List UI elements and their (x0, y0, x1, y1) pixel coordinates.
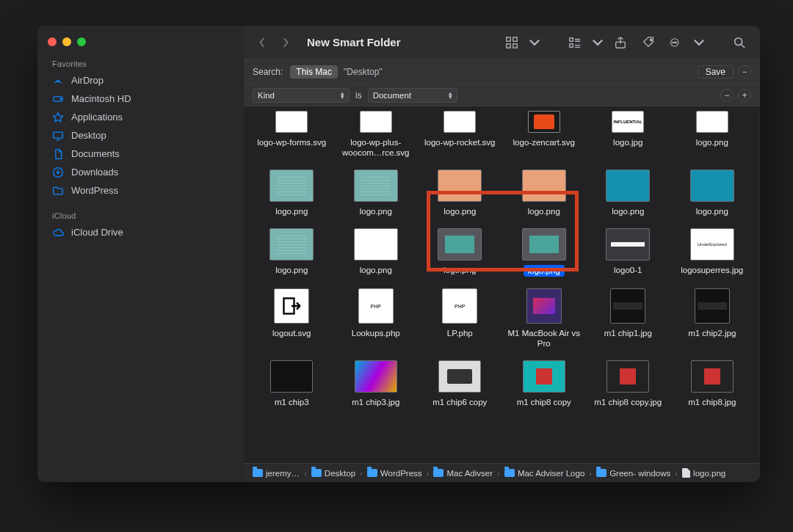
folder-icon (311, 469, 322, 477)
file-item[interactable]: m1 chip3.jpg (336, 357, 417, 407)
scope-switcher[interactable]: This Mac "Desktop" (290, 65, 388, 79)
file-item[interactable]: m1 chip8 copy.jpg (587, 357, 669, 407)
tags-icon[interactable] (638, 32, 659, 53)
file-item[interactable]: logo.png (336, 167, 417, 216)
main-pane: New Smart Folder (244, 26, 760, 482)
file-item[interactable]: logo.png (419, 167, 501, 216)
scope-this-mac[interactable]: This Mac (290, 65, 338, 79)
file-name-label: m1 chip1.jpg (604, 328, 652, 338)
file-item[interactable]: m1 chip3 (251, 357, 333, 407)
actions-icon[interactable] (666, 32, 687, 53)
criteria-value-select[interactable]: Document ▴▾ (368, 88, 457, 103)
sidebar-item-icloud-drive[interactable]: iCloud Drive (37, 223, 244, 241)
sidebar-item-label: Macintosh HD (71, 93, 131, 104)
sidebar-item-applications[interactable]: Applications (37, 108, 244, 126)
file-thumbnail (606, 228, 650, 260)
criteria-remove-button[interactable]: − (720, 89, 734, 102)
file-item[interactable]: INFLUENTIALlogo.jpg (587, 108, 669, 158)
path-crumb[interactable]: logo.png (682, 468, 725, 478)
file-item[interactable]: m1 chip8 copy (504, 357, 585, 407)
file-item[interactable]: m1 chip1.jpg (587, 285, 669, 349)
file-item[interactable]: logo-zencart.svg (504, 108, 585, 158)
file-item[interactable]: logo-wp-plus-woocom…rce.svg (336, 108, 417, 158)
criteria-add-button[interactable]: + (738, 89, 751, 102)
actions-chevron-icon[interactable] (694, 32, 704, 53)
file-item[interactable]: M1 MacBook Air vs Pro (504, 285, 585, 349)
forward-button[interactable] (278, 32, 294, 54)
file-name-label: logo0-1 (614, 265, 642, 275)
path-crumb-label: Mac Adviser Logo (518, 469, 584, 478)
view-icon-grid[interactable] (501, 32, 522, 53)
scope-desktop[interactable]: "Desktop" (338, 65, 388, 79)
minimize-button[interactable] (62, 37, 71, 46)
file-thumbnail (354, 228, 398, 260)
file-item[interactable]: m1 chip2.jpg (672, 285, 753, 349)
file-thumbnail: PHP (442, 288, 477, 324)
file-item[interactable]: logo.png (251, 225, 333, 277)
save-search-button[interactable]: Save (698, 65, 734, 79)
file-item[interactable]: PHPLP.php (419, 285, 501, 349)
path-crumb-label: Desktop (325, 469, 355, 478)
search-icon[interactable] (729, 32, 750, 53)
back-button[interactable] (254, 32, 270, 54)
file-thumbnail (610, 288, 645, 324)
file-item[interactable]: logo.png (504, 167, 585, 216)
svg-line-23 (742, 44, 745, 47)
close-button[interactable] (48, 37, 57, 46)
file-item[interactable]: logo.png (419, 225, 501, 277)
file-item[interactable]: logo-wp-rocket.svg (419, 108, 501, 158)
file-item[interactable]: logout.svg (251, 285, 333, 349)
file-name-label: logo.png (612, 206, 644, 216)
chevron-right-icon: › (304, 469, 307, 478)
path-crumb[interactable]: Mac Adviser Logo (504, 469, 584, 478)
remove-search-button[interactable]: − (738, 65, 751, 79)
documents-icon (52, 148, 64, 160)
sidebar-item-documents[interactable]: Documents (37, 145, 244, 163)
sidebar-item-desktop[interactable]: Desktop (37, 126, 244, 145)
file-item[interactable]: logo0-1 (587, 225, 669, 277)
file-name-label: logosuperres.jpg (681, 265, 743, 275)
zoom-button[interactable] (77, 37, 86, 46)
group-chevron-icon[interactable] (593, 32, 603, 53)
path-crumb[interactable]: Green- windows (596, 469, 670, 478)
file-item[interactable]: logo-wp-forms.svg (251, 108, 333, 158)
criteria-row: Kind ▴▾ is Document ▴▾ − + (244, 84, 760, 106)
file-item[interactable]: PHPLookups.php (336, 285, 417, 349)
share-icon[interactable] (610, 32, 631, 53)
criteria-attribute-select[interactable]: Kind ▴▾ (253, 88, 350, 103)
file-item[interactable]: logo.png (672, 167, 753, 216)
group-icon[interactable] (565, 32, 585, 53)
file-grid[interactable]: logo-wp-forms.svglogo-wp-plus-woocom…rce… (244, 106, 760, 415)
sidebar-item-label: Documents (71, 148, 120, 159)
file-item[interactable]: logo.png (336, 225, 417, 277)
file-item[interactable]: m1 chip6 copy (419, 357, 501, 407)
svg-rect-9 (513, 43, 517, 47)
file-thumbnail (523, 360, 565, 393)
folder-icon (52, 185, 64, 197)
file-thumbnail: UnderExplored (690, 228, 734, 260)
folder-icon (253, 469, 263, 477)
view-chevron-icon[interactable] (529, 32, 540, 53)
path-crumb[interactable]: jeremy… (253, 469, 300, 478)
path-crumb-label: WordPress (380, 469, 422, 478)
path-crumb[interactable]: Desktop (311, 469, 355, 478)
sidebar-list: AirDropMacintosh HDApplicationsDesktopDo… (37, 71, 244, 200)
file-item[interactable]: m1 chip8.jpg (672, 357, 753, 407)
sidebar-item-wordpress[interactable]: WordPress (37, 181, 244, 200)
sidebar-item-macintosh-hd[interactable]: Macintosh HD (37, 90, 244, 108)
file-item[interactable]: logo.png (251, 167, 333, 216)
file-item[interactable]: logo.png (587, 167, 669, 216)
path-crumb[interactable]: Mac Adivser (433, 469, 493, 478)
file-item[interactable]: logo.png (504, 225, 585, 277)
file-name-label: m1 chip8 copy.jpg (594, 397, 662, 407)
file-item[interactable]: logo.png (672, 108, 753, 158)
sidebar-list: iCloud Drive (37, 223, 244, 241)
path-crumb[interactable]: WordPress (367, 469, 422, 478)
file-thumbnail (695, 288, 730, 324)
sidebar-item-airdrop[interactable]: AirDrop (37, 71, 244, 90)
file-item[interactable]: UnderExploredlogosuperres.jpg (672, 225, 753, 277)
sidebar: FavoritesAirDropMacintosh HDApplications… (37, 26, 244, 482)
file-thumbnail (690, 170, 734, 202)
file-thumbnail (606, 360, 649, 393)
sidebar-item-downloads[interactable]: Downloads (37, 163, 244, 181)
